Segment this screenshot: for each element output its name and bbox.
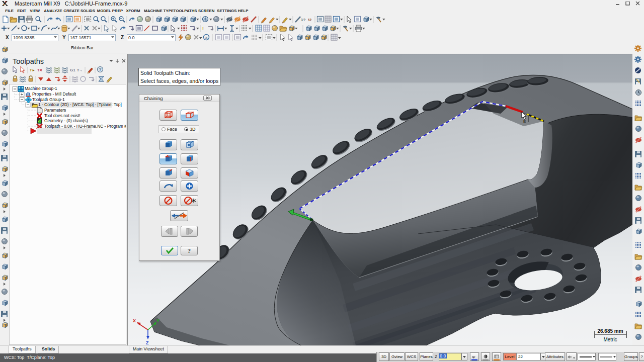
svg-text:Z: Z (146, 340, 149, 345)
svg-text:a: a (205, 35, 208, 40)
svg-text:X: X (133, 318, 136, 323)
svg-text:Y: Y (156, 318, 159, 323)
svg-text:!: ! (202, 26, 204, 31)
svg-text:T→: T→ (77, 68, 83, 72)
svg-text:1?: 1? (301, 18, 305, 22)
svg-text:Metric: Metric (603, 337, 617, 342)
svg-text:!2: !2 (308, 18, 312, 22)
svg-text:?: ? (99, 67, 101, 72)
svg-text:26.685 mm: 26.685 mm (597, 328, 623, 334)
svg-text:Ψ: Ψ (472, 355, 475, 359)
svg-text:G1: G1 (70, 68, 75, 72)
svg-text:E: E (523, 119, 526, 124)
svg-text:T✕: T✕ (37, 68, 42, 72)
svg-text:T►: T► (30, 68, 35, 72)
svg-text:?: ? (188, 247, 191, 254)
